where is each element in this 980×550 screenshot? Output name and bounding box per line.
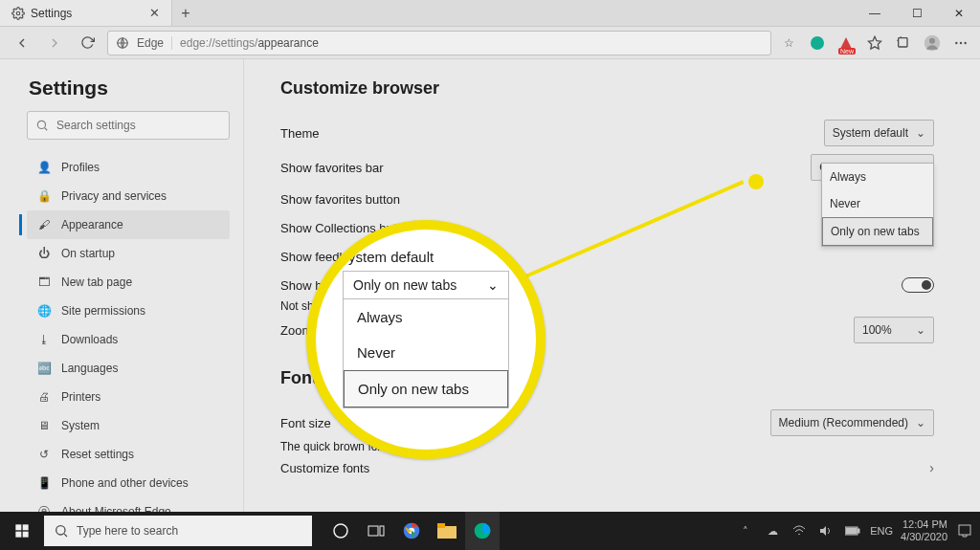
svg-rect-25 xyxy=(858,529,859,533)
taskbar-chrome-icon[interactable] xyxy=(394,512,429,550)
address-bar[interactable]: Edge edge://settings/appearance xyxy=(107,31,771,55)
taskbar-edge-icon[interactable] xyxy=(465,512,500,550)
taskbar-tray-chevron-icon[interactable]: ˄ xyxy=(736,525,755,538)
svg-point-7 xyxy=(955,41,957,43)
page-heading: Customize browser xyxy=(280,78,934,99)
power-icon: ⏻ xyxy=(36,247,52,260)
callout-opt-onlynewtabs: Only on new tabs xyxy=(344,370,508,407)
new-tab-button[interactable]: + xyxy=(172,0,199,26)
menu-icon[interactable] xyxy=(951,33,970,53)
taskbar-volume-icon[interactable] xyxy=(816,525,835,537)
window-maximize[interactable]: ☐ xyxy=(896,0,938,26)
sidebar-item-appearance[interactable]: 🖌Appearance xyxy=(27,210,230,239)
favorite-star-icon[interactable]: ☆ xyxy=(779,33,798,53)
url-scheme: Edge xyxy=(137,36,172,50)
zoom-select[interactable]: 100%⌄ xyxy=(854,317,934,343)
theme-select[interactable]: System default⌄ xyxy=(824,120,934,146)
favbar-label: Show favorites bar xyxy=(280,161,811,175)
chevron-down-icon: ⌄ xyxy=(916,126,925,140)
callout-favbar-select: Only on new tabs ⌄ xyxy=(343,271,509,299)
svg-point-9 xyxy=(964,41,966,43)
printer-icon: 🖨 xyxy=(36,390,52,404)
nav-forward[interactable] xyxy=(42,31,67,55)
svg-point-2 xyxy=(811,36,824,50)
extension-icon-2[interactable]: New xyxy=(836,33,856,53)
reset-icon: ↺ xyxy=(36,448,52,461)
theme-label: Theme xyxy=(280,126,824,141)
favbar-option-onlynewtabs[interactable]: Only on new tabs xyxy=(822,217,933,246)
svg-point-16 xyxy=(334,524,347,538)
favbar-dropdown: Always Never Only on new tabs xyxy=(821,163,934,247)
taskbar-cortana-icon[interactable] xyxy=(323,512,358,550)
search-settings[interactable] xyxy=(27,111,230,140)
sidebar-item-downloads[interactable]: ⭳Downloads xyxy=(27,325,230,354)
collections-icon[interactable] xyxy=(894,33,913,53)
chevron-down-icon: ⌄ xyxy=(487,277,499,293)
annotation-dot xyxy=(748,174,764,189)
svg-rect-13 xyxy=(15,532,21,538)
sidebar-item-reset[interactable]: ↺Reset settings xyxy=(27,440,230,469)
taskbar-time[interactable]: 12:04 PM xyxy=(901,518,947,531)
svg-rect-11 xyxy=(15,524,21,530)
favbar-option-always[interactable]: Always xyxy=(822,164,933,190)
url-text: edge://settings/appearance xyxy=(180,36,319,50)
fontsize-select[interactable]: Medium (Recommended)⌄ xyxy=(770,409,934,436)
chevron-down-icon: ⌄ xyxy=(916,323,925,337)
favorites-icon[interactable] xyxy=(865,33,884,53)
sidebar-item-sitepermissions[interactable]: 🌐Site permissions xyxy=(27,297,230,325)
tab-title: Settings xyxy=(31,7,144,20)
home-toggle[interactable] xyxy=(902,277,934,293)
tab-settings[interactable]: Settings ✕ xyxy=(0,0,172,26)
svg-rect-14 xyxy=(23,532,29,538)
callout-theme-value: System default xyxy=(325,239,526,271)
sidebar-item-privacy[interactable]: 🔒Privacy and services xyxy=(27,182,230,210)
start-button[interactable] xyxy=(0,523,44,539)
callout-opt-never: Never xyxy=(344,335,508,370)
profile-icon: 👤 xyxy=(36,161,52,174)
taskbar-lang[interactable]: ENG xyxy=(870,525,893,537)
sidebar-item-startup[interactable]: ⏻On startup xyxy=(27,239,230,268)
taskbar-battery-icon[interactable] xyxy=(843,526,862,536)
profile-icon[interactable] xyxy=(923,33,942,53)
edge-icon xyxy=(116,36,129,50)
window-minimize[interactable]: — xyxy=(854,0,896,26)
sidebar-item-system[interactable]: 🖥System xyxy=(27,411,230,440)
favbar-option-never[interactable]: Never xyxy=(822,190,933,217)
chevron-right-icon: › xyxy=(929,460,934,475)
taskbar-explorer-icon[interactable] xyxy=(430,512,464,550)
nav-back[interactable] xyxy=(10,31,34,55)
svg-point-6 xyxy=(929,37,935,43)
svg-point-10 xyxy=(37,121,45,128)
tab-close-icon[interactable]: ✕ xyxy=(149,6,160,20)
download-icon: ⭳ xyxy=(36,333,52,346)
lock-icon: 🔒 xyxy=(36,189,52,203)
svg-rect-4 xyxy=(899,37,907,46)
sidebar-item-profiles[interactable]: 👤Profiles xyxy=(27,153,230,182)
svg-rect-26 xyxy=(846,528,857,534)
extension-icon-1[interactable] xyxy=(808,33,827,53)
language-icon: 🔤 xyxy=(36,362,52,375)
svg-marker-3 xyxy=(868,36,880,49)
callout-opt-always: Always xyxy=(344,299,508,335)
chevron-down-icon: ⌄ xyxy=(916,416,925,429)
taskbar-search[interactable]: Type here to search xyxy=(44,516,312,546)
search-input[interactable] xyxy=(55,118,221,133)
taskbar-onedrive-icon[interactable]: ☁ xyxy=(763,525,782,538)
sidebar-item-phone[interactable]: 📱Phone and other devices xyxy=(27,469,230,497)
nav-refresh[interactable] xyxy=(75,31,100,55)
system-icon: 🖥 xyxy=(36,419,52,432)
taskbar-notifications-icon[interactable] xyxy=(955,524,974,538)
svg-point-15 xyxy=(56,526,65,535)
sidebar-item-languages[interactable]: 🔤Languages xyxy=(27,354,230,383)
window-close[interactable]: ✕ xyxy=(938,0,980,26)
sidebar-item-newtab[interactable]: 🗔New tab page xyxy=(27,268,230,297)
globe-icon: 🌐 xyxy=(36,304,52,318)
taskbar-taskview-icon[interactable] xyxy=(359,512,393,550)
taskbar-wifi-icon[interactable] xyxy=(790,525,809,537)
taskbar-date[interactable]: 4/30/2020 xyxy=(901,531,947,543)
sidebar-item-printers[interactable]: 🖨Printers xyxy=(27,383,230,411)
tab-icon: 🗔 xyxy=(36,275,52,289)
gear-icon xyxy=(11,7,25,20)
search-icon xyxy=(35,119,49,132)
svg-rect-17 xyxy=(368,526,378,536)
